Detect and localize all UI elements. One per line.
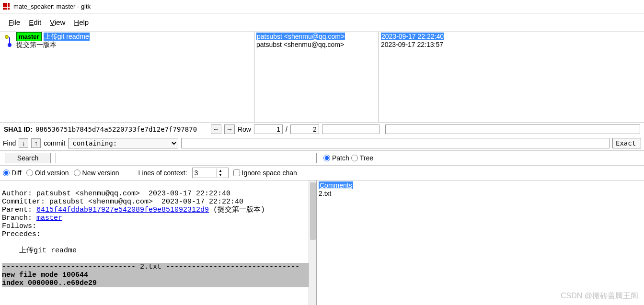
tree-radio[interactable]	[351, 155, 358, 161]
nav-prev-button[interactable]: ←	[211, 124, 221, 134]
branch-label: Branch:	[2, 214, 36, 222]
author-line: Author: patsubst <shenmu@qq.com> 2023-09…	[2, 190, 230, 198]
commit-date: 2023-09-17 22:22:40	[381, 33, 444, 40]
menu-help[interactable]: Help	[74, 18, 89, 26]
precedes-line: Precedes:	[2, 230, 41, 238]
search-input[interactable]	[56, 153, 317, 163]
window-title: mate_speaker: master - gitk	[13, 3, 91, 10]
patch-radio[interactable]	[323, 155, 330, 161]
file-item[interactable]: 2.txt	[319, 190, 642, 198]
follows-line: Follows:	[2, 222, 36, 230]
commit-date: 2023-09-17 22:13:57	[381, 41, 642, 49]
parent-hash-link[interactable]: 6415f44fddab917927e542089fe9e851092312d9	[36, 206, 209, 214]
find-text-input[interactable]	[181, 138, 610, 148]
diff-radio[interactable]	[3, 169, 10, 176]
find-mode-label: commit	[44, 139, 65, 147]
tree-label: Tree	[360, 154, 373, 162]
sha-label: SHA1 ID:	[4, 125, 33, 133]
search-row: Search Patch Tree	[0, 150, 644, 166]
diff-scrollbar[interactable]	[309, 181, 316, 305]
lines-context-spinner[interactable]: ▲▼	[192, 168, 229, 178]
comments-item[interactable]: Comments	[319, 181, 353, 189]
old-version-label: Old version	[35, 169, 69, 177]
commit-message: 上传git readme	[44, 33, 90, 41]
commit-row[interactable]: 提交第一版本	[4, 41, 254, 49]
details-row: Author: patsubst <shenmu@qq.com> 2023-09…	[0, 181, 644, 305]
branch-tag[interactable]: master	[16, 32, 42, 41]
graph-node	[4, 41, 14, 49]
app-icon	[3, 3, 11, 11]
patch-tree-radio-group: Patch Tree	[323, 154, 373, 162]
nav-next-button[interactable]: →	[224, 124, 235, 134]
patch-label: Patch	[332, 154, 349, 162]
find-type-select[interactable]: containing:	[68, 138, 178, 148]
file-list-pane[interactable]: Comments 2.txt	[316, 181, 644, 305]
old-version-radio[interactable]	[26, 169, 33, 176]
author-pane[interactable]: patsubst <shenmu@qq.com> patsubst <shenm…	[254, 32, 379, 122]
menu-file[interactable]: File	[9, 18, 20, 26]
lines-context-label: Lines of context:	[138, 169, 187, 177]
row-current-input[interactable]	[254, 124, 283, 134]
new-version-radio[interactable]	[74, 169, 80, 176]
diff-options-row: Diff Old version New version Lines of co…	[0, 166, 644, 181]
commit-message: 提交第一版本	[16, 41, 57, 49]
date-pane[interactable]: 2023-09-17 22:22:40 2023-09-17 22:13:57	[379, 32, 644, 122]
find-next-button[interactable]: ↓	[19, 138, 28, 148]
row-total-field	[290, 124, 319, 134]
committer-line: Committer: patsubst <shenmu@qq.com> 2023…	[2, 198, 243, 206]
find-label: Find	[3, 139, 16, 147]
find-row: Find ↓ ↑ commit containing: Exact	[0, 136, 644, 150]
search-button[interactable]: Search	[5, 153, 51, 163]
commit-list-pane[interactable]: master 上传git readme 提交第一版本	[0, 32, 254, 122]
find-prev-button[interactable]: ↑	[31, 138, 41, 148]
scrollbar-thumb[interactable]	[310, 182, 316, 240]
menu-view[interactable]: View	[50, 18, 65, 26]
branch-link[interactable]: master	[36, 214, 62, 222]
title-bar: mate_speaker: master - gitk	[0, 0, 644, 13]
find-match-select[interactable]: Exact	[612, 138, 641, 148]
sha-input[interactable]	[35, 124, 208, 134]
menu-edit[interactable]: Edit	[29, 18, 41, 26]
ignore-space-label: Ignore space chan	[242, 169, 297, 177]
sha-row: SHA1 ID: ← → Row /	[0, 122, 644, 136]
lines-context-input[interactable]	[193, 169, 217, 177]
parent-label: Parent:	[2, 206, 36, 214]
row-label: Row	[238, 125, 251, 133]
extra-field-1[interactable]	[322, 124, 380, 134]
commit-author: patsubst <shenmu@qq.com>	[256, 33, 345, 40]
commit-row[interactable]: master 上传git readme	[4, 33, 254, 41]
commit-author: patsubst <shenmu@qq.com>	[256, 41, 377, 49]
parent-msg: (提交第一版本)	[209, 206, 265, 214]
ignore-space-checkbox[interactable]	[233, 169, 240, 176]
extra-field-2[interactable]	[385, 124, 640, 134]
diff-label: Diff	[12, 169, 22, 177]
row-separator: /	[286, 125, 288, 133]
new-version-label: New version	[82, 169, 119, 177]
history-panes: master 上传git readme 提交第一版本 patsubst <she…	[0, 31, 644, 122]
diff-file-header: ------------------------------- 2.txt --…	[2, 263, 314, 287]
menu-bar: File Edit View Help	[0, 13, 644, 31]
diff-pane[interactable]: Author: patsubst <shenmu@qq.com> 2023-09…	[0, 181, 316, 305]
commit-full-message: 上传git readme	[2, 247, 77, 255]
